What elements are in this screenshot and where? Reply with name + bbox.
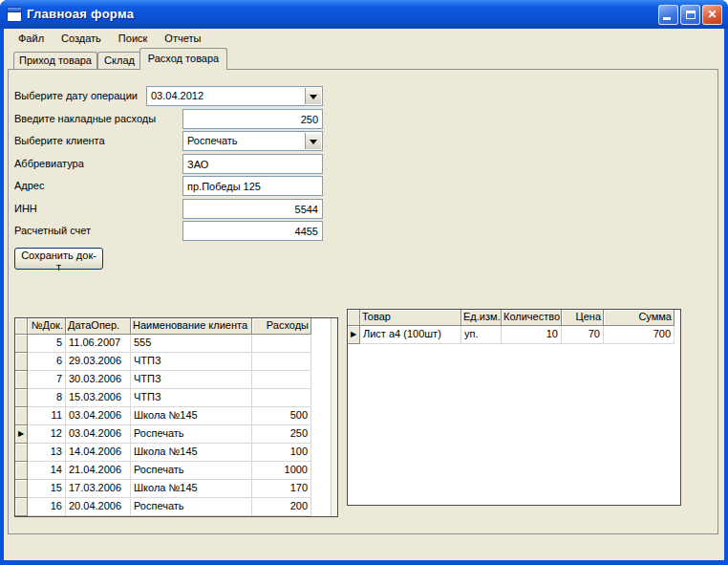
menu-item-create[interactable]: Создать — [53, 31, 110, 46]
menu-item-reports[interactable]: Отчеты — [156, 31, 209, 46]
abbreviation-label: Аббревиатура — [14, 158, 84, 169]
table-cell[interactable] — [252, 371, 311, 389]
table-row[interactable]: 1421.04.2006Роспечать1000 — [15, 462, 337, 480]
table-row[interactable]: 1103.04.2006Школа №145500 — [15, 407, 337, 425]
table-cell[interactable]: ЧТПЗ — [131, 371, 252, 389]
table-cell[interactable]: 10 — [502, 326, 562, 344]
table-cell[interactable]: 17.03.2006 — [66, 480, 131, 498]
table-cell[interactable]: 7 — [28, 371, 66, 389]
account-input[interactable] — [182, 221, 323, 241]
chevron-down-icon — [310, 95, 317, 103]
table-cell[interactable]: 170 — [252, 480, 311, 498]
maximize-button[interactable] — [680, 5, 700, 25]
table-cell[interactable]: 20.04.2006 — [66, 498, 131, 516]
table-cell[interactable]: 16 — [28, 498, 66, 516]
table-cell[interactable]: Роспечать — [131, 462, 252, 480]
table-cell[interactable]: 500 — [252, 407, 311, 425]
menu-item-search[interactable]: Поиск — [110, 31, 156, 46]
table-cell[interactable]: 200 — [252, 498, 311, 516]
table-cell[interactable]: ЧТПЗ — [131, 353, 252, 371]
table-row[interactable]: 1620.04.2006Роспечать200 — [15, 498, 337, 516]
client-combobox[interactable]: Роспечать — [182, 131, 323, 151]
minimize-button[interactable] — [658, 5, 678, 25]
table-cell[interactable]: 13 — [28, 444, 66, 462]
table-cell[interactable]: 555 — [131, 335, 252, 353]
close-button[interactable]: ✕ — [702, 5, 722, 25]
table-row[interactable]: 730.03.2006ЧТПЗ — [15, 371, 337, 389]
chevron-down-icon — [310, 140, 317, 148]
menubar: Файл Создать Поиск Отчеты — [4, 29, 724, 48]
table-cell[interactable]: Лист а4 (100шт) — [360, 326, 461, 344]
table-cell[interactable]: Школа №145 — [131, 444, 252, 462]
table-cell[interactable]: 100 — [252, 444, 311, 462]
table-cell[interactable]: 14 — [28, 462, 66, 480]
menu-item-file[interactable]: Файл — [10, 31, 53, 46]
abbreviation-input[interactable] — [182, 154, 323, 174]
row-indicator — [15, 462, 28, 480]
table-cell[interactable]: 12 — [28, 425, 66, 444]
minimize-icon — [663, 17, 671, 20]
indicator-header-cell — [15, 318, 28, 335]
inn-input[interactable] — [182, 199, 323, 219]
table-cell[interactable]: 30.03.2006 — [66, 371, 131, 389]
table-cell[interactable]: 15.03.2006 — [66, 389, 131, 407]
table-cell[interactable]: 70 — [562, 326, 604, 344]
grid-header-row: №Док.ДатаОпер.Наименование клиентаРасход… — [15, 318, 337, 335]
table-cell[interactable] — [252, 335, 311, 353]
save-document-button[interactable]: Сохранить док-т — [14, 248, 103, 270]
table-row[interactable]: 1517.03.2006Школа №145170 — [15, 480, 337, 498]
documents-grid: №Док.ДатаОпер.Наименование клиентаРасход… — [14, 317, 338, 517]
table-cell[interactable]: Роспечать — [131, 425, 252, 444]
column-header[interactable]: Расходы — [252, 318, 311, 335]
table-row[interactable]: ▶Лист а4 (100шт)уп.1070700 — [348, 326, 680, 344]
table-cell[interactable] — [252, 353, 311, 371]
table-cell[interactable]: Школа №145 — [131, 480, 252, 498]
tab-sklad[interactable]: Склад — [97, 52, 141, 69]
documents-grid-scrollbar[interactable] — [331, 318, 337, 516]
table-row[interactable]: 815.03.2006ЧТПЗ — [15, 389, 337, 407]
column-header[interactable]: Количество — [502, 310, 562, 326]
client-dropdown-button[interactable] — [305, 133, 321, 149]
column-header[interactable]: Наименование клиента — [131, 318, 252, 335]
table-cell[interactable]: 03.04.2006 — [66, 407, 131, 425]
table-cell[interactable]: 03.04.2006 — [66, 425, 131, 444]
address-input[interactable] — [182, 176, 323, 196]
table-cell[interactable]: 11.06.2007 — [66, 335, 131, 353]
row-indicator — [15, 498, 28, 516]
table-row[interactable]: 629.03.2006ЧТПЗ — [15, 353, 337, 371]
column-header[interactable]: Цена — [562, 310, 604, 326]
table-row[interactable]: ▶1203.04.2006Роспечать250 — [15, 425, 337, 444]
table-cell[interactable]: 15 — [28, 480, 66, 498]
column-header[interactable]: Товар — [360, 310, 461, 326]
expenses-input[interactable] — [182, 109, 323, 129]
table-cell[interactable]: 1000 — [252, 462, 311, 480]
window-title: Главноая форма — [27, 0, 134, 29]
date-dropdown-button[interactable] — [305, 88, 321, 104]
table-cell[interactable]: 29.03.2006 — [66, 353, 131, 371]
table-cell[interactable]: уп. — [461, 326, 502, 344]
table-cell[interactable]: 21.04.2006 — [66, 462, 131, 480]
column-header[interactable]: Ед.изм. — [461, 310, 502, 326]
table-cell[interactable]: 5 — [28, 335, 66, 353]
table-cell[interactable]: 6 — [28, 353, 66, 371]
table-cell[interactable]: 250 — [252, 425, 311, 444]
table-cell[interactable]: ЧТПЗ — [131, 389, 252, 407]
table-cell[interactable] — [252, 389, 311, 407]
tab-prihod-tovara[interactable]: Приход товара — [13, 52, 97, 69]
column-header[interactable]: №Док. — [28, 318, 66, 335]
column-header[interactable]: Сумма — [604, 310, 674, 326]
table-cell[interactable]: 700 — [604, 326, 674, 344]
table-cell[interactable]: 8 — [28, 389, 66, 407]
table-cell[interactable]: Школа №145 — [131, 407, 252, 425]
column-header[interactable]: ДатаОпер. — [66, 318, 131, 335]
active-row-indicator-icon: ▶ — [15, 425, 28, 444]
table-cell[interactable]: Роспечать — [131, 498, 252, 516]
date-combobox[interactable]: 03.04.2012 — [146, 86, 323, 106]
table-row[interactable]: 1314.04.2006Школа №145100 — [15, 444, 337, 462]
table-row[interactable]: 511.06.2007555 — [15, 335, 337, 353]
tab-rashod-tovara[interactable]: Расход товара — [139, 48, 227, 70]
grid-header-row: ТоварЕд.изм.КоличествоЦенаСумма — [348, 310, 680, 326]
table-cell[interactable]: 11 — [28, 407, 66, 425]
table-cell[interactable]: 14.04.2006 — [66, 444, 131, 462]
titlebar[interactable]: Главноая форма ✕ — [0, 0, 728, 29]
